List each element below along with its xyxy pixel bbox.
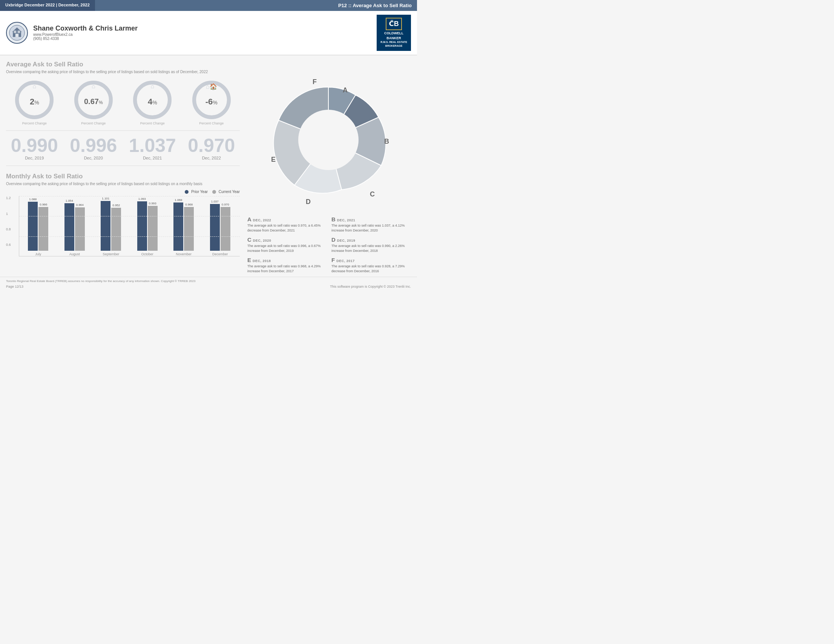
- letter-D: D: [331, 236, 336, 243]
- bar-july-current: 0.966: [39, 203, 48, 251]
- svg-rect-3: [14, 31, 16, 33]
- footer-disclaimer: Toronto Regional Real Estate Board (TRRE…: [0, 277, 417, 283]
- gauge-1: ⌂ 2% Percent Change: [14, 79, 55, 125]
- copyright: This software program is Copyright © 202…: [330, 285, 411, 288]
- svg-point-13: [298, 110, 359, 170]
- letter-B: B: [331, 216, 336, 222]
- big-numbers-row: 0.990 Dec, 2019 0.996 Dec, 2020 1.037 De…: [6, 136, 240, 166]
- coldwell-logo: C̈B COLDWELL BANKER R.M.S. REAL ESTATE B…: [377, 15, 411, 51]
- legend-current: Current Year: [212, 190, 240, 194]
- svg-text:A: A: [343, 86, 348, 94]
- bar-december-prior: 1.037: [210, 200, 220, 251]
- header-title-bar: Uxbridge December 2022 | December, 2022 …: [0, 0, 417, 11]
- donut-chart-wrap: A B C D E F: [246, 68, 411, 212]
- legend-desc-B: B DEC, 2021 The average ask to sell rati…: [331, 216, 409, 233]
- legend-desc-D: D DEC, 2019 The average ask to sell rati…: [331, 236, 409, 253]
- gauge-2-label: Percent Change: [81, 121, 105, 125]
- bar-august-current: 0.964: [75, 203, 85, 251]
- big-num-2: 0.996 Dec, 2020: [65, 136, 122, 160]
- text-D: The average ask to sell ratio was 0.990,…: [331, 244, 409, 253]
- bar-august-prior: 1.054: [65, 199, 74, 251]
- letter-C: C: [247, 236, 252, 243]
- bar-october-prior: 1.093: [137, 197, 147, 251]
- svg-text:B: B: [384, 138, 389, 145]
- big-num-1: 0.990 Dec, 2019: [6, 136, 63, 160]
- svg-rect-2: [15, 34, 18, 37]
- svg-text:E: E: [271, 156, 276, 163]
- footer-page: Page 12/13 This software program is Copy…: [0, 283, 417, 291]
- gauge-2-value: 0.67: [84, 97, 99, 105]
- legend-desc-A: A DEC, 2022 The average ask to sell rati…: [247, 216, 325, 233]
- gauge-4: ⌂🏠 -6% Percent Change: [191, 79, 232, 125]
- date-A: DEC, 2022: [253, 218, 272, 222]
- monthly-desc: Overview comparing the asking price of l…: [6, 181, 240, 187]
- legend-desc-E: E DEC, 2018 The average ask to sell rati…: [247, 257, 325, 273]
- bar-october-current: 0.993: [148, 202, 158, 251]
- big-num-1-value: 0.990: [6, 136, 63, 155]
- svg-text:D: D: [306, 198, 311, 205]
- svg-text:F: F: [313, 78, 317, 86]
- bar-december-current: 0.970: [221, 203, 230, 251]
- big-num-1-label: Dec, 2019: [6, 156, 63, 160]
- bar-november-prior: 1.068: [173, 198, 183, 251]
- left-panel: Average Ask to Sell Ratio Overview compa…: [6, 61, 240, 274]
- text-B: The average ask to sell ratio was 1.037,…: [331, 223, 409, 233]
- big-num-2-label: Dec, 2020: [65, 156, 122, 160]
- bar-group-october: 1.093 0.993 October: [130, 197, 165, 256]
- agent-bar: Shane Coxworth & Chris Larmer www.Powero…: [0, 11, 417, 55]
- agent-name: Shane Coxworth & Chris Larmer: [33, 24, 377, 32]
- legend-prior: Prior Year: [185, 190, 208, 194]
- bar-group-december: 1.037 0.970 December: [203, 200, 238, 256]
- date-D: DEC, 2019: [337, 239, 356, 243]
- gauge-1-value: 2: [30, 97, 34, 106]
- big-num-4-label: Dec, 2022: [183, 156, 240, 160]
- legend-desc-C: C DEC, 2020 The average ask to sell rati…: [247, 236, 325, 253]
- y-axis: 1.2 1 0.8 0.6: [6, 196, 11, 248]
- bar-group-july: 1.088 0.966 July: [21, 197, 56, 256]
- main-content: Average Ask to Sell Ratio Overview compa…: [0, 55, 417, 277]
- chart-legend: Prior Year Current Year: [6, 190, 240, 194]
- right-panel: A B C D E F A DEC, 2022 The average ask …: [246, 61, 411, 274]
- svg-rect-4: [18, 31, 20, 33]
- big-num-3-value: 1.037: [124, 136, 181, 155]
- bar-september-prior: 1.101: [101, 197, 110, 251]
- agent-logo: [6, 22, 28, 44]
- date-C: DEC, 2020: [253, 239, 272, 243]
- letter-F: F: [331, 257, 335, 263]
- legend-descriptions: A DEC, 2022 The average ask to sell rati…: [246, 216, 411, 274]
- gauge-2: ⌂ 0.67% Percent Change: [73, 79, 114, 125]
- bar-group-november: 1.068 0.968 November: [166, 198, 201, 256]
- text-F: The average ask to sell ratio was 0.928,…: [331, 264, 409, 273]
- header-right-title: P12 :: Average Ask to Sell Ratio: [95, 0, 417, 11]
- big-num-3: 1.037 Dec, 2021: [124, 136, 181, 160]
- svg-text:C: C: [370, 190, 375, 198]
- text-E: The average ask to sell ratio was 0.968,…: [247, 264, 325, 273]
- bar-september-current: 0.952: [111, 204, 121, 251]
- text-C: The average ask to sell ratio was 0.996,…: [247, 244, 325, 253]
- gauge-4-value: -6: [205, 97, 213, 106]
- big-num-4: 0.970 Dec, 2022: [183, 136, 240, 160]
- bar-group-september: 1.101 0.952 September: [94, 197, 129, 256]
- big-num-3-label: Dec, 2021: [124, 156, 181, 160]
- gauges-row: ⌂ 2% Percent Change ⌂ 0.67%: [6, 79, 240, 131]
- date-B: DEC, 2021: [337, 218, 356, 222]
- gauge-3-label: Percent Change: [140, 121, 165, 125]
- avg-ask-sell-desc: Overview comparing the asking price of l…: [6, 70, 240, 74]
- bar-november-current: 0.968: [184, 203, 194, 251]
- letter-A: A: [247, 216, 252, 222]
- header-left-title: Uxbridge December 2022 | December, 2022: [0, 0, 95, 11]
- letter-E: E: [247, 257, 251, 263]
- date-F: DEC, 2017: [336, 259, 355, 263]
- agent-website: www.PowerofBluex2.ca: [33, 32, 377, 37]
- bar-july-prior: 1.088: [28, 197, 38, 251]
- gauge-4-label: Percent Change: [199, 121, 223, 125]
- page-number: Page 12/13: [6, 285, 23, 288]
- big-num-2-value: 0.996: [65, 136, 122, 155]
- text-A: The average ask to sell ratio was 0.970,…: [247, 223, 325, 233]
- gauge-1-label: Percent Change: [22, 121, 47, 125]
- agent-info: Shane Coxworth & Chris Larmer www.Powero…: [33, 24, 377, 41]
- avg-ask-sell-title: Average Ask to Sell Ratio: [6, 61, 240, 68]
- date-E: DEC, 2018: [253, 259, 271, 263]
- monthly-title: Monthly Ask to Sell Ratio: [6, 173, 240, 180]
- agent-phone: (905) 852-4338: [33, 37, 377, 41]
